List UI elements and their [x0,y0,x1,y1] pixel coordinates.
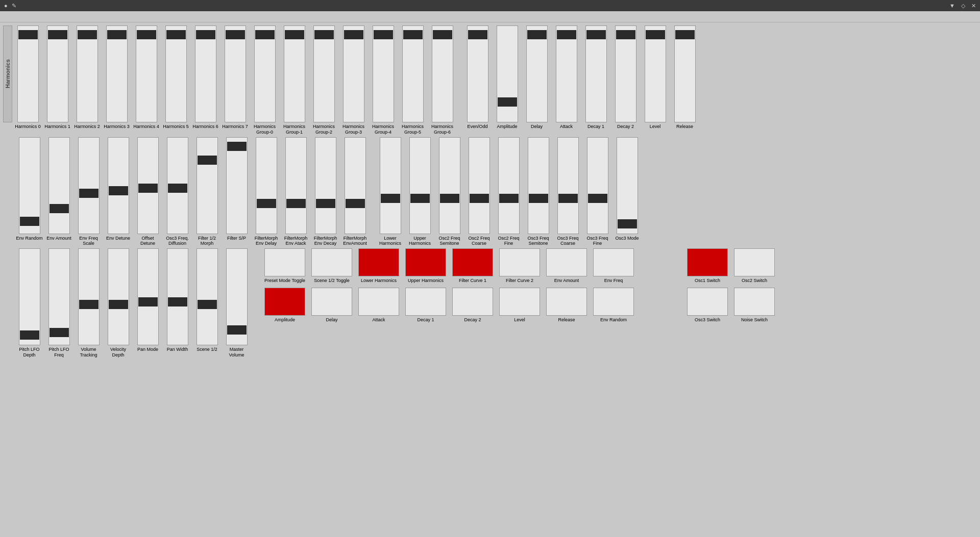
fader-track[interactable] [197,137,218,234]
fader-track[interactable] [439,137,460,234]
fader-track[interactable] [136,25,157,122]
fader-handle[interactable] [588,194,607,203]
close-icon[interactable]: ✕ [971,3,976,9]
fader-track[interactable] [165,25,187,122]
fader-track[interactable] [167,248,188,345]
menu-file[interactable] [4,16,12,18]
fader-track[interactable] [284,25,305,122]
fader-track[interactable] [78,137,100,234]
fader-track[interactable] [313,25,335,122]
fader-handle[interactable] [433,30,452,39]
button-widget[interactable] [405,288,446,316]
fader-handle[interactable] [470,194,489,203]
fader-handle[interactable] [527,30,547,39]
fader-track[interactable] [137,248,159,345]
fader-handle[interactable] [137,30,156,39]
fader-handle[interactable] [20,217,39,226]
fader-handle[interactable] [403,30,423,39]
fader-track[interactable] [432,25,453,122]
fader-track[interactable] [557,137,579,234]
fader-track[interactable] [380,137,401,234]
fader-handle[interactable] [344,30,363,39]
fader-handle[interactable] [529,194,548,203]
fader-handle[interactable] [198,300,217,309]
fader-handle[interactable] [675,30,695,39]
fader-handle[interactable] [468,30,487,39]
fader-handle[interactable] [226,30,245,39]
fader-handle[interactable] [381,194,400,203]
fader-track[interactable] [587,137,608,234]
fader-track[interactable] [315,137,336,234]
button-widget[interactable] [358,248,399,276]
fader-track[interactable] [498,137,520,234]
fader-track[interactable] [528,137,549,234]
fader-track[interactable] [48,248,70,345]
fader-track[interactable] [77,25,98,122]
fader-handle[interactable] [168,297,187,306]
button-widget[interactable] [452,288,493,316]
fader-track[interactable] [137,137,159,234]
fader-track[interactable] [48,137,70,234]
fader-handle[interactable] [257,199,276,208]
button-widget[interactable] [687,288,728,316]
button-widget[interactable] [405,248,446,276]
fader-handle[interactable] [79,189,99,198]
button-widget[interactable] [687,248,728,276]
button-widget[interactable] [452,248,493,276]
fader-handle[interactable] [48,30,67,39]
fader-track[interactable] [19,248,40,345]
fader-track[interactable] [469,137,490,234]
button-widget[interactable] [546,248,587,276]
fader-track[interactable] [254,25,276,122]
fader-handle[interactable] [374,30,393,39]
button-widget[interactable] [358,288,399,316]
fader-handle[interactable] [410,194,430,203]
fader-handle[interactable] [227,142,247,151]
fader-handle[interactable] [618,219,637,228]
fader-track[interactable] [345,137,366,234]
fader-track[interactable] [373,25,394,122]
app-icon-2[interactable]: ✎ [12,3,16,9]
fader-handle[interactable] [50,204,69,213]
button-widget[interactable] [311,288,352,316]
fader-handle[interactable] [109,300,128,309]
fader-handle[interactable] [138,297,158,306]
fader-track[interactable] [585,25,607,122]
fader-track[interactable] [195,25,216,122]
fader-track[interactable] [285,137,307,234]
fader-track[interactable] [256,137,277,234]
fader-handle[interactable] [346,199,365,208]
fader-handle[interactable] [314,30,334,39]
button-widget[interactable] [546,288,587,316]
button-widget[interactable] [264,248,305,276]
fader-handle[interactable] [138,184,158,193]
fader-handle[interactable] [196,30,215,39]
fader-track[interactable] [47,25,68,122]
button-widget[interactable] [264,288,305,316]
fader-track[interactable] [108,248,129,345]
fader-handle[interactable] [198,156,217,165]
minimize-icon[interactable]: ▼ [949,3,955,9]
fader-handle[interactable] [498,97,517,107]
fader-handle[interactable] [18,30,38,39]
button-widget[interactable] [311,248,352,276]
fader-track[interactable] [467,25,488,122]
fader-track[interactable] [617,137,638,234]
fader-handle[interactable] [499,194,519,203]
fader-track[interactable] [526,25,548,122]
app-icon-1[interactable]: ● [4,3,8,9]
fader-track[interactable] [402,25,424,122]
fader-handle[interactable] [168,184,187,193]
fader-track[interactable] [645,25,666,122]
fader-handle[interactable] [557,30,576,39]
fader-handle[interactable] [285,30,304,39]
fader-handle[interactable] [50,328,69,337]
fader-handle[interactable] [286,199,306,208]
fader-track[interactable] [19,137,40,234]
fader-handle[interactable] [227,325,247,335]
fader-handle[interactable] [255,30,275,39]
fader-handle[interactable] [440,194,459,203]
fader-track[interactable] [108,137,129,234]
fader-track[interactable] [674,25,696,122]
fader-track[interactable] [106,25,128,122]
